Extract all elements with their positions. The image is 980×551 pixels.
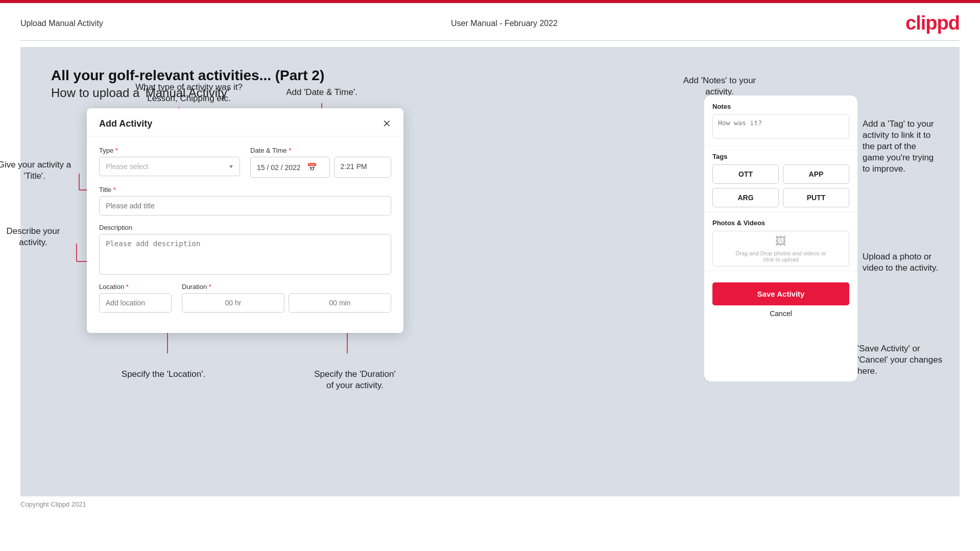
duration-inputs [182,293,391,313]
datetime-label: Date & Time * [250,147,391,154]
tags-grid: OTTAPPARGPUTT [712,164,849,207]
type-select[interactable]: Please select [99,157,240,176]
modal-header: Add Activity ✕ [87,108,403,136]
header-center: User Manual - February 2022 [451,19,558,28]
annotation-type: What type of activity was it?Lesson, Chi… [128,82,250,104]
tag-putt[interactable]: PUTT [783,188,849,207]
form-group-description: Description [99,224,391,275]
time-input[interactable]: 2:21 PM [334,157,391,178]
title-label: Title * [99,186,391,194]
main-content: All your golf-relevant activities... (Pa… [20,47,960,496]
photo-icon: 🖼 [775,235,786,248]
tags-section: Tags OTTAPPARGPUTT [704,146,857,212]
photos-upload-area[interactable]: 🖼 Drag and Drop photos and videos orclic… [712,231,849,267]
duration-hr-input[interactable] [182,293,284,313]
form-group-datetime: Date & Time * 15 / 02 / 2022 📅 2:21 PM [250,147,391,178]
right-panel: Notes Tags OTTAPPARGPUTT Photos & Videos… [704,95,857,381]
title-input[interactable] [99,196,391,215]
location-label: Location * [99,283,172,291]
form-row-title: Title * [99,186,391,215]
modal-body: Type * Please select Date & Time * 15 [87,136,403,333]
footer: Copyright Clippd 2021 [0,496,980,512]
annotation-notes: Add 'Notes' to youractivity. [679,75,760,98]
cancel-button[interactable]: Cancel [712,309,849,318]
datetime-inputs: 15 / 02 / 2022 📅 2:21 PM [250,157,391,178]
type-select-wrapper: Please select [99,157,240,176]
action-buttons: Save Activity Cancel [704,271,857,324]
header: Upload Manual Activity User Manual - Feb… [0,3,980,34]
annotation-tag: Add a 'Tag' to youractivity to link it t… [863,118,975,175]
tags-label: Tags [712,153,849,160]
form-group-duration: Duration * [182,283,391,313]
tag-app[interactable]: APP [783,164,849,184]
photos-section: Photos & Videos 🖼 Drag and Drop photos a… [704,212,857,271]
form-row-location-duration: Location * Duration * [99,283,391,313]
form-row-description: Description [99,224,391,275]
annotation-duration: Specify the 'Duration'of your activity. [286,369,424,391]
copyright: Copyright Clippd 2021 [20,500,86,508]
add-activity-modal: Add Activity ✕ Type * Please select [87,108,403,333]
annotation-location: Specify the 'Location'. [110,369,217,380]
description-textarea[interactable] [99,234,391,275]
annotation-description: Describe youractivity. [0,226,77,248]
logo: clippd [905,12,960,34]
location-input[interactable] [99,293,172,313]
form-group-title: Title * [99,186,391,215]
annotation-title: Give your activity a'Title'. [0,159,79,182]
save-activity-button[interactable]: Save Activity [712,282,849,305]
photos-hint: Drag and Drop photos and videos orclick … [735,250,826,262]
tag-ott[interactable]: OTT [712,164,779,184]
phone-inner: Notes Tags OTTAPPARGPUTT Photos & Videos… [704,95,857,381]
date-input[interactable]: 15 / 02 / 2022 📅 [250,157,330,178]
calendar-icon: 📅 [307,162,317,172]
duration-min-input[interactable] [289,293,391,313]
form-group-location: Location * [99,283,172,313]
notes-section: Notes [704,95,857,146]
notes-label: Notes [712,103,849,110]
header-divider [20,40,960,41]
form-row-type-date: Type * Please select Date & Time * 15 [99,147,391,178]
annotation-datetime: Add 'Date & Time'. [271,87,373,98]
form-group-type: Type * Please select [99,147,240,178]
type-label: Type * [99,147,240,154]
annotation-photo: Upload a photo orvideo to the activity. [863,251,975,274]
photos-label: Photos & Videos [712,219,849,227]
description-label: Description [99,224,391,231]
modal-title: Add Activity [99,118,152,129]
tag-arg[interactable]: ARG [712,188,779,207]
header-left: Upload Manual Activity [20,19,103,28]
notes-textarea[interactable] [712,114,849,139]
duration-label: Duration * [182,283,391,291]
modal-close-button[interactable]: ✕ [383,117,391,130]
annotation-save: 'Save Activity' or'Cancel' your changesh… [857,343,975,377]
